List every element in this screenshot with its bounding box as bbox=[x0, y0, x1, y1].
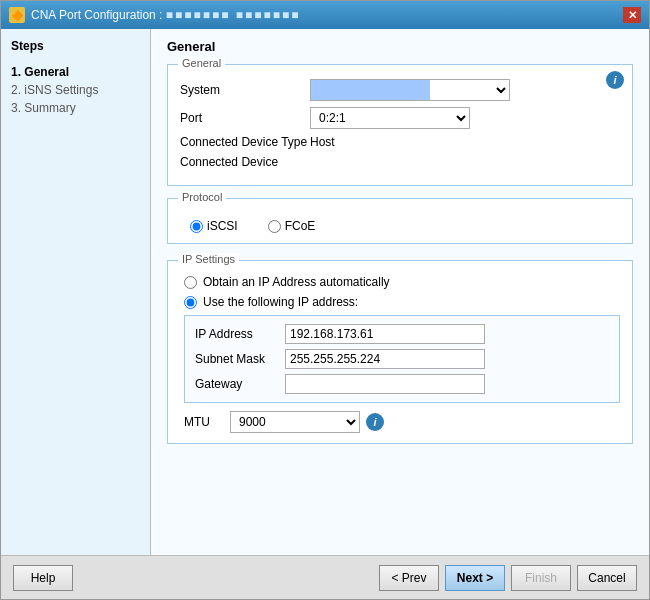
system-row: System bbox=[180, 79, 620, 101]
ip-manual-radio[interactable] bbox=[184, 296, 197, 309]
sidebar-item-summary[interactable]: 3. Summary bbox=[11, 99, 140, 117]
port-label: Port bbox=[180, 111, 310, 125]
port-row: Port 0:2:1 bbox=[180, 107, 620, 129]
info-icon[interactable]: i bbox=[606, 71, 624, 89]
fcoe-radio[interactable] bbox=[268, 220, 281, 233]
fcoe-label: FCoE bbox=[285, 219, 316, 233]
title-bar-left: 🔶 CNA Port Configuration : ■■■■■■■ ■■■■■… bbox=[9, 7, 301, 23]
system-select[interactable] bbox=[310, 79, 510, 101]
mtu-select[interactable]: 9000 1500 4500 bbox=[230, 411, 360, 433]
subnet-mask-input[interactable] bbox=[285, 349, 485, 369]
subnet-mask-row: Subnet Mask bbox=[195, 349, 609, 369]
title-host: ■■■■■■■ ■■■■■■■ bbox=[166, 8, 301, 22]
protocol-iscsi-option[interactable]: iSCSI bbox=[190, 219, 238, 233]
iscsi-label: iSCSI bbox=[207, 219, 238, 233]
title-bar: 🔶 CNA Port Configuration : ■■■■■■■ ■■■■■… bbox=[1, 1, 649, 29]
connected-device-type-value: Host bbox=[310, 135, 335, 149]
mtu-label: MTU bbox=[184, 415, 224, 429]
connected-device-label: Connected Device bbox=[180, 155, 310, 169]
sidebar-item-isns[interactable]: 2. iSNS Settings bbox=[11, 81, 140, 99]
sidebar-item-general[interactable]: 1. General bbox=[11, 63, 140, 81]
mtu-row: MTU 9000 1500 4500 i bbox=[180, 411, 620, 433]
ip-manual-label: Use the following IP address: bbox=[203, 295, 358, 309]
subnet-mask-label: Subnet Mask bbox=[195, 352, 285, 366]
ip-settings-group-label: IP Settings bbox=[178, 253, 239, 265]
title-main: CNA Port Configuration : bbox=[31, 8, 166, 22]
sidebar-title: Steps bbox=[11, 39, 140, 53]
next-button[interactable]: Next > bbox=[445, 565, 505, 591]
ip-settings-group: IP Settings Obtain an IP Address automat… bbox=[167, 260, 633, 444]
content-area: Steps 1. General 2. iSNS Settings 3. Sum… bbox=[1, 29, 649, 555]
close-button[interactable]: ✕ bbox=[623, 7, 641, 23]
bottom-bar: Help < Prev Next > Finish Cancel bbox=[1, 555, 649, 599]
ip-auto-radio[interactable] bbox=[184, 276, 197, 289]
general-group-label: General bbox=[178, 57, 225, 69]
protocol-radio-row: iSCSI FCoE bbox=[190, 219, 620, 233]
cancel-button[interactable]: Cancel bbox=[577, 565, 637, 591]
sidebar: Steps 1. General 2. iSNS Settings 3. Sum… bbox=[1, 29, 151, 555]
port-select[interactable]: 0:2:1 bbox=[310, 107, 470, 129]
app-icon: 🔶 bbox=[9, 7, 25, 23]
ip-address-row: IP Address bbox=[195, 324, 609, 344]
protocol-group: Protocol iSCSI FCoE bbox=[167, 198, 633, 244]
connected-device-type-label: Connected Device Type bbox=[180, 135, 310, 149]
section-title: General bbox=[167, 39, 633, 54]
main-content: General General i System Port 0:2:1 bbox=[151, 29, 649, 555]
general-group: General i System Port 0:2:1 bbox=[167, 64, 633, 186]
protocol-fcoe-option[interactable]: FCoE bbox=[268, 219, 316, 233]
main-window: 🔶 CNA Port Configuration : ■■■■■■■ ■■■■■… bbox=[0, 0, 650, 600]
gateway-row: Gateway bbox=[195, 374, 609, 394]
ip-address-label: IP Address bbox=[195, 327, 285, 341]
ip-auto-label: Obtain an IP Address automatically bbox=[203, 275, 390, 289]
ip-fields-box: IP Address Subnet Mask Gateway bbox=[184, 315, 620, 403]
mtu-help-icon[interactable]: i bbox=[366, 413, 384, 431]
window-title: CNA Port Configuration : ■■■■■■■ ■■■■■■■ bbox=[31, 8, 301, 22]
system-label: System bbox=[180, 83, 310, 97]
ip-address-input[interactable] bbox=[285, 324, 485, 344]
gateway-label: Gateway bbox=[195, 377, 285, 391]
ip-manual-option[interactable]: Use the following IP address: bbox=[184, 295, 620, 309]
prev-button[interactable]: < Prev bbox=[379, 565, 439, 591]
protocol-group-label: Protocol bbox=[178, 191, 226, 203]
iscsi-radio[interactable] bbox=[190, 220, 203, 233]
gateway-input[interactable] bbox=[285, 374, 485, 394]
help-button[interactable]: Help bbox=[13, 565, 73, 591]
ip-auto-option[interactable]: Obtain an IP Address automatically bbox=[184, 275, 620, 289]
connected-device-row: Connected Device bbox=[180, 155, 620, 169]
connected-device-type-row: Connected Device Type Host bbox=[180, 135, 620, 149]
finish-button[interactable]: Finish bbox=[511, 565, 571, 591]
